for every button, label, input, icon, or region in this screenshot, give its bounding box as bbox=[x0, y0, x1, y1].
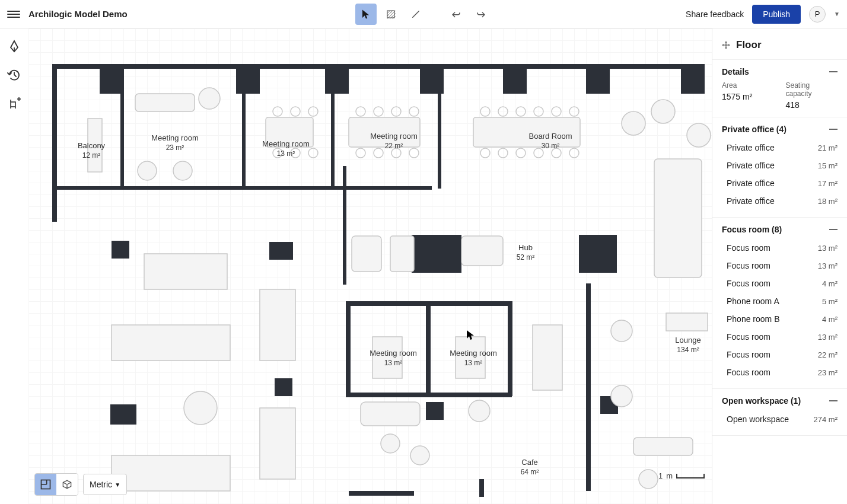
scale-indicator: 1 m bbox=[658, 471, 705, 480]
svg-point-75 bbox=[639, 470, 658, 489]
view-3d-button[interactable] bbox=[56, 474, 78, 495]
svg-rect-29 bbox=[591, 241, 609, 259]
select-tool[interactable] bbox=[355, 4, 377, 25]
svg-rect-9 bbox=[52, 64, 57, 200]
space-row[interactable]: Focus room23 m² bbox=[722, 363, 838, 381]
svg-point-68 bbox=[381, 434, 400, 453]
undo-icon bbox=[451, 9, 461, 20]
menu-icon[interactable] bbox=[7, 8, 20, 21]
space-area: 13 m² bbox=[818, 244, 838, 253]
hatch-tool[interactable] bbox=[380, 4, 402, 25]
share-feedback-link[interactable]: Share feedback bbox=[686, 9, 744, 19]
space-row[interactable]: Focus room4 m² bbox=[722, 275, 838, 292]
redo-icon bbox=[476, 9, 486, 20]
svg-point-88 bbox=[391, 148, 401, 158]
svg-point-72 bbox=[611, 320, 632, 342]
undo-button[interactable] bbox=[445, 4, 467, 25]
collapse-icon[interactable] bbox=[829, 129, 838, 130]
collapse-icon[interactable] bbox=[829, 229, 838, 230]
space-area: 13 m² bbox=[818, 261, 838, 270]
space-row[interactable]: Focus room13 m² bbox=[722, 257, 838, 275]
space-area: 4 m² bbox=[822, 279, 838, 288]
pen-icon bbox=[7, 39, 21, 53]
svg-rect-63 bbox=[461, 236, 503, 266]
svg-point-96 bbox=[480, 148, 490, 158]
svg-rect-43 bbox=[88, 119, 102, 172]
svg-rect-15 bbox=[503, 64, 527, 94]
space-area: 21 m² bbox=[818, 143, 838, 152]
space-name: Phone room A bbox=[727, 296, 779, 306]
svg-rect-60 bbox=[260, 408, 295, 479]
furniture-tool[interactable] bbox=[7, 96, 21, 110]
space-area: 22 m² bbox=[818, 350, 838, 359]
svg-rect-20 bbox=[331, 64, 335, 189]
collapse-icon[interactable] bbox=[829, 71, 838, 72]
svg-rect-48 bbox=[266, 117, 313, 147]
avatar[interactable]: P bbox=[809, 6, 826, 23]
space-row[interactable]: Open workspace274 m² bbox=[722, 410, 838, 428]
space-name: Private office bbox=[727, 161, 775, 170]
svg-rect-65 bbox=[456, 337, 485, 378]
svg-point-86 bbox=[356, 148, 365, 158]
redo-button[interactable] bbox=[470, 4, 492, 25]
svg-point-98 bbox=[516, 148, 526, 158]
space-row[interactable]: Private office15 m² bbox=[722, 157, 838, 174]
svg-rect-34 bbox=[346, 393, 512, 397]
svg-rect-49 bbox=[349, 117, 420, 147]
svg-point-92 bbox=[516, 107, 526, 116]
space-row[interactable]: Private office17 m² bbox=[722, 174, 838, 192]
cube-icon bbox=[61, 479, 73, 490]
space-row[interactable]: Focus room22 m² bbox=[722, 346, 838, 363]
view-2d-button[interactable] bbox=[35, 474, 56, 495]
space-name: Private office bbox=[727, 143, 775, 152]
space-row[interactable]: Private office18 m² bbox=[722, 192, 838, 210]
svg-point-84 bbox=[391, 107, 401, 116]
space-name: Focus room bbox=[727, 243, 770, 253]
svg-point-90 bbox=[480, 107, 490, 116]
details-heading: Details bbox=[722, 67, 749, 76]
svg-rect-10 bbox=[52, 198, 57, 222]
sidebar: Floor Details Area 1575 m² Seating capac… bbox=[712, 28, 847, 504]
space-name: Focus room bbox=[727, 279, 770, 288]
space-row[interactable]: Phone room A5 m² bbox=[722, 292, 838, 310]
svg-point-46 bbox=[173, 161, 192, 180]
floor-plan-svg bbox=[28, 28, 712, 504]
svg-rect-40 bbox=[275, 378, 292, 396]
unit-select[interactable]: Metric ▼ bbox=[83, 474, 127, 495]
chair-plus-icon bbox=[7, 96, 21, 110]
space-row[interactable]: Focus room13 m² bbox=[722, 239, 838, 257]
publish-button[interactable]: Publish bbox=[752, 5, 801, 24]
floor-plan-canvas[interactable]: Balcony12 m²Meeting room23 m²Meeting roo… bbox=[28, 28, 712, 504]
space-name: Private office bbox=[727, 196, 775, 206]
svg-rect-56 bbox=[112, 325, 230, 361]
svg-point-57 bbox=[184, 391, 217, 425]
floorplan-icon bbox=[40, 479, 52, 490]
collapse-icon[interactable] bbox=[829, 400, 838, 401]
history-tool[interactable] bbox=[7, 68, 21, 82]
space-row[interactable]: Focus room13 m² bbox=[722, 328, 838, 346]
svg-rect-59 bbox=[260, 289, 295, 361]
unit-label: Metric bbox=[90, 480, 112, 489]
pen-tool[interactable] bbox=[7, 39, 21, 53]
canvas-cursor-icon bbox=[466, 330, 475, 340]
svg-point-67 bbox=[469, 400, 490, 422]
space-name: Focus room bbox=[727, 350, 770, 359]
svg-rect-18 bbox=[120, 64, 124, 189]
space-row[interactable]: Phone room B4 m² bbox=[722, 310, 838, 328]
area-value: 1575 m² bbox=[722, 92, 774, 101]
space-area: 18 m² bbox=[818, 197, 838, 206]
svg-rect-23 bbox=[52, 186, 432, 190]
svg-point-81 bbox=[308, 148, 318, 158]
svg-point-80 bbox=[291, 148, 300, 158]
chevron-down-icon[interactable]: ▼ bbox=[834, 11, 840, 17]
svg-point-94 bbox=[552, 107, 561, 116]
svg-rect-11 bbox=[100, 64, 123, 94]
svg-point-76 bbox=[273, 107, 282, 116]
svg-point-78 bbox=[308, 107, 318, 116]
svg-rect-0 bbox=[387, 11, 394, 18]
space-name: Open workspace bbox=[727, 414, 789, 424]
space-row[interactable]: Private office21 m² bbox=[722, 139, 838, 157]
svg-point-82 bbox=[356, 107, 365, 116]
svg-rect-13 bbox=[325, 64, 349, 94]
line-tool[interactable] bbox=[405, 4, 426, 25]
